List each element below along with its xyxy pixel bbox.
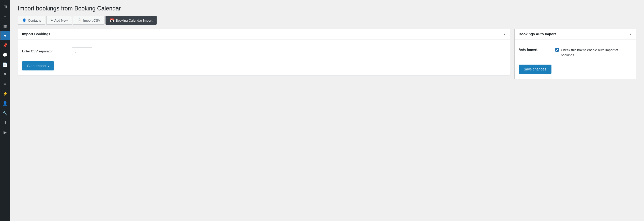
booking-calendar-tab-icon: 📅 [110, 18, 114, 22]
import-csv-tab-icon: 📋 [77, 18, 82, 22]
sidebar-icon-contacts[interactable]: ● [1, 31, 10, 40]
panels-row: Import Bookings ▲ Enter CSV separator St… [18, 29, 636, 79]
auto-import-label: Auto import [519, 48, 549, 51]
sidebar: ⊞ → ▦ ● 📌 💬 📄 ⚑ ✏ ⚡ 👤 🔧 ⬆ ▶ [0, 0, 10, 221]
auto-import-panel: Bookings Auto Import ▲ Auto import Check… [514, 29, 636, 79]
auto-import-row: Auto import Check this box to enable aut… [519, 45, 632, 61]
start-import-label: Start Import [27, 64, 46, 68]
sidebar-icon-arrow[interactable]: → [1, 12, 10, 21]
start-import-arrow-icon: › [48, 64, 49, 68]
auto-import-title: Bookings Auto Import [519, 32, 556, 36]
tab-import-csv-label: Import CSV [83, 19, 100, 22]
csv-separator-input[interactable] [72, 48, 92, 55]
sidebar-icon-dashboard[interactable]: ⊞ [1, 2, 10, 11]
sidebar-icon-brush[interactable]: ✏ [1, 79, 10, 89]
auto-import-collapse-icon[interactable]: ▲ [630, 33, 632, 36]
start-import-button[interactable]: Start Import › [22, 61, 54, 70]
tab-booking-calendar-import[interactable]: 📅 Booking Calendar Import [106, 16, 157, 25]
page-title: Import bookings from Booking Calendar [18, 5, 636, 12]
tab-add-new-label: Add New [54, 19, 68, 22]
sidebar-icon-pin[interactable]: 📌 [1, 41, 10, 50]
contacts-tab-icon: 👤 [22, 18, 26, 22]
sidebar-icon-flag[interactable]: ⚑ [1, 70, 10, 79]
main-content: Import bookings from Booking Calendar 👤 … [10, 0, 644, 221]
auto-import-panel-header: Bookings Auto Import ▲ [515, 29, 636, 39]
auto-import-body: Auto import Check this box to enable aut… [515, 39, 636, 79]
sidebar-icon-user[interactable]: 👤 [1, 99, 10, 108]
import-bookings-panel: Import Bookings ▲ Enter CSV separator St… [18, 29, 510, 76]
tab-contacts[interactable]: 👤 Contacts [18, 16, 45, 25]
import-bookings-collapse-icon[interactable]: ▲ [503, 33, 506, 36]
sidebar-icon-chat[interactable]: 💬 [1, 50, 10, 60]
csv-separator-label: Enter CSV separator [22, 49, 68, 53]
tab-contacts-label: Contacts [28, 19, 41, 22]
sidebar-icon-pages[interactable]: 📄 [1, 60, 10, 69]
auto-import-check-row: Check this box to enable auto import of … [555, 48, 627, 57]
sidebar-icon-wrench[interactable]: 🔧 [1, 108, 10, 117]
auto-import-description: Check this box to enable auto import of … [561, 48, 627, 57]
sidebar-icon-grid[interactable]: ▦ [1, 21, 10, 31]
csv-separator-row: Enter CSV separator [22, 45, 506, 58]
tab-add-new[interactable]: + Add New [46, 16, 72, 25]
sidebar-icon-upload[interactable]: ⬆ [1, 118, 10, 127]
tab-booking-calendar-label: Booking Calendar Import [116, 19, 152, 22]
save-changes-label: Save changes [524, 67, 546, 71]
auto-import-checkbox[interactable] [555, 48, 559, 52]
import-bookings-panel-header: Import Bookings ▲ [18, 29, 510, 39]
save-changes-button[interactable]: Save changes [519, 65, 551, 74]
sidebar-icon-play[interactable]: ▶ [1, 128, 10, 137]
tabs-bar: 👤 Contacts + Add New 📋 Import CSV 📅 Book… [18, 16, 636, 25]
tab-import-csv[interactable]: 📋 Import CSV [73, 16, 104, 25]
import-bookings-body: Enter CSV separator Start Import › [18, 39, 510, 76]
sidebar-icon-lightning[interactable]: ⚡ [1, 89, 10, 98]
import-bookings-title: Import Bookings [22, 32, 50, 36]
add-new-tab-icon: + [51, 18, 53, 22]
